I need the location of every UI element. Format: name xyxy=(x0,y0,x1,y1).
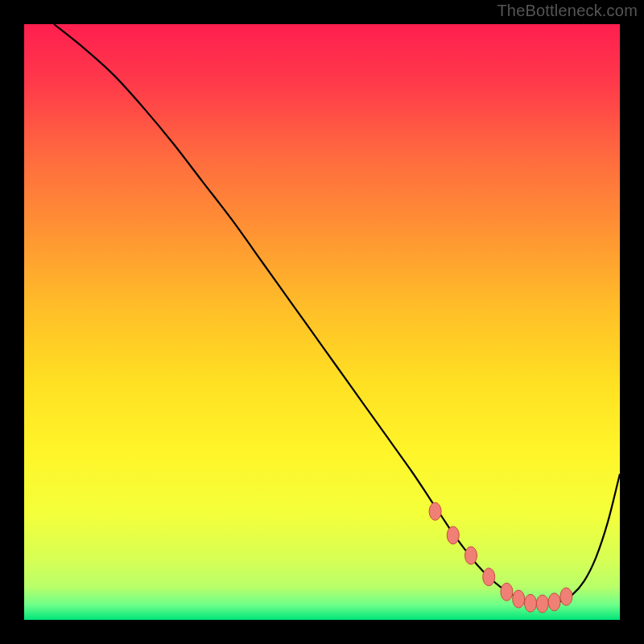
highlight-dot xyxy=(501,583,513,601)
highlight-dot xyxy=(513,590,525,608)
chart-svg xyxy=(24,24,620,620)
highlight-dot xyxy=(536,595,548,613)
highlight-dot xyxy=(465,547,477,564)
highlight-dot xyxy=(525,594,537,612)
highlight-dot xyxy=(548,593,560,611)
watermark-text: TheBottleneck.com xyxy=(497,2,638,20)
gradient-background xyxy=(24,24,620,620)
highlight-dot xyxy=(483,568,495,586)
highlight-dot xyxy=(447,526,459,544)
plot-area xyxy=(24,24,620,620)
highlight-dot xyxy=(429,502,441,520)
chart-stage: TheBottleneck.com xyxy=(0,0,644,644)
highlight-dot xyxy=(560,588,572,605)
